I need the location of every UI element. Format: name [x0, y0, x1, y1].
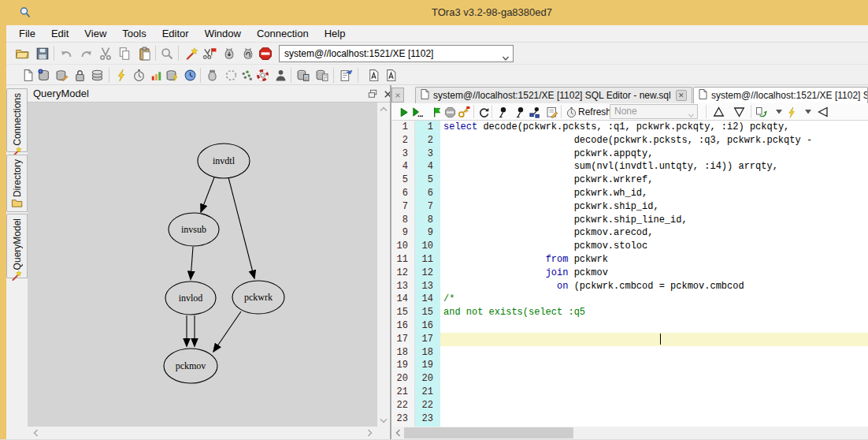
code-line[interactable]: pckwrk.ship_id, — [440, 200, 868, 214]
clock-icon[interactable] — [182, 67, 198, 83]
menu-tools[interactable]: Tools — [114, 25, 154, 43]
graph-horizontal-scrollbar[interactable] — [28, 427, 377, 439]
scatter-dots-icon[interactable] — [239, 67, 254, 83]
redirect-arrow-icon[interactable] — [755, 105, 769, 119]
floppy-save-icon[interactable] — [35, 46, 50, 62]
prev-triangle-up-icon[interactable] — [711, 105, 725, 119]
scroll-down-icon[interactable] — [377, 414, 390, 427]
lock-icon[interactable] — [72, 67, 87, 83]
scrollbar-thumb[interactable] — [404, 427, 573, 438]
storage-coins-icon[interactable] — [89, 67, 105, 83]
blank-document-icon[interactable] — [20, 67, 35, 83]
pin-dark-2-icon[interactable] — [513, 105, 527, 119]
refresh-arrows-icon[interactable] — [477, 105, 491, 119]
code-line[interactable]: pckwrk.ship_line_id, — [440, 214, 868, 227]
menu-help[interactable]: Help — [317, 25, 354, 43]
code-line[interactable]: pckwrk.wh_id, — [440, 187, 868, 200]
menu-window[interactable]: Window — [197, 25, 249, 43]
run-triangle-icon[interactable] — [396, 105, 410, 119]
code-line[interactable]: from pckwrk — [440, 253, 868, 267]
editor-tab-current[interactable]: system@//localhost:1521/XE [1102] SQL Ed… — [693, 87, 868, 103]
tab-close-icon[interactable]: ✕ — [676, 90, 687, 101]
edit-document-icon[interactable] — [545, 105, 559, 119]
scroll-up-icon[interactable] — [377, 103, 390, 115]
lightning-bolt-icon[interactable] — [785, 105, 799, 119]
lifebuoy-icon[interactable] — [254, 67, 270, 83]
magnifier-search-icon[interactable] — [159, 46, 175, 62]
sack-down-arrow-icon[interactable] — [221, 46, 237, 62]
menu-file[interactable]: File — [11, 25, 43, 43]
stop-sign-gray-icon[interactable] — [443, 105, 457, 119]
pin-blue-boxes-icon[interactable] — [528, 105, 542, 119]
pin-dark-1-icon[interactable] — [495, 105, 510, 119]
money-sack-icon[interactable] — [204, 67, 220, 83]
database-edit-icon[interactable] — [54, 67, 69, 83]
open-folder-icon[interactable] — [14, 46, 30, 62]
tab-scroll-button[interactable] — [391, 88, 404, 103]
code-line[interactable]: on (pckwrk.cmbcod = pckmov.cmbcod — [440, 280, 868, 293]
sack-curved-arrow-icon[interactable] — [240, 46, 256, 62]
menu-view[interactable]: View — [76, 25, 114, 43]
editor-tab-newsql[interactable]: system@//localhost:1521/XE [1102] SQL Ed… — [415, 87, 692, 103]
code-line[interactable]: select decode(pckwrk.pcksts, :q1, pckwrk… — [440, 121, 868, 134]
back-triangle-left-icon[interactable] — [815, 105, 829, 119]
code-line[interactable]: pckwrk.appqty, — [440, 147, 868, 161]
code-line[interactable]: pckmov.arecod, — [440, 226, 868, 240]
document-a-2-icon[interactable] — [383, 67, 399, 83]
float-panel-icon[interactable] — [366, 88, 379, 100]
stop-sign-icon[interactable] — [258, 46, 273, 62]
lightning-icon[interactable] — [113, 67, 129, 83]
spark-wand-icon[interactable] — [184, 46, 200, 62]
editor-horizontal-scrollbar[interactable] — [391, 427, 868, 439]
script-document-icon[interactable] — [338, 67, 354, 83]
code-line[interactable] — [440, 412, 868, 426]
dashed-circle-icon[interactable] — [223, 67, 239, 83]
code-line[interactable]: decode(pckwrk.pcksts, :q3, pckwrk.pckqty… — [440, 134, 868, 147]
stopwatch-icon[interactable] — [564, 105, 578, 119]
scroll-left-icon[interactable] — [391, 427, 404, 439]
code-line[interactable] — [440, 346, 868, 360]
run-flag-icon[interactable] — [429, 105, 443, 119]
menu-connection[interactable]: Connection — [249, 25, 317, 43]
code-line[interactable] — [440, 372, 868, 386]
redo-arrow-icon[interactable] — [79, 46, 95, 62]
scissors-red-flag-icon[interactable] — [202, 46, 217, 62]
person-icon[interactable] — [273, 67, 288, 83]
refresh-interval-select[interactable]: None — [610, 104, 698, 119]
connection-combobox[interactable]: system@//localhost:1521/XE [1102] — [279, 45, 514, 62]
undo-arrow-icon[interactable] — [58, 46, 74, 62]
chevron-down-icon[interactable] — [804, 105, 811, 119]
code-line[interactable] — [440, 333, 868, 346]
sql-code-editor[interactable]: select decode(pckwrk.pcksts, :q1, pckwrk… — [440, 121, 868, 427]
database-browse-icon[interactable] — [35, 67, 51, 83]
sidebar-tab-connections[interactable]: Connections — [6, 88, 28, 152]
scroll-left-icon[interactable] — [29, 427, 42, 439]
chevron-down-icon[interactable] — [775, 105, 782, 119]
bar-chart-icon[interactable] — [148, 67, 164, 83]
sidebar-tab-directory[interactable]: Directory — [6, 155, 28, 212]
next-triangle-down-icon[interactable] — [732, 105, 746, 119]
querymodel-graph[interactable]: invdtlinvsubinvlodpckwrkpckmov — [28, 103, 377, 427]
sidebar-tab-querymodel[interactable]: QueryModel — [6, 214, 28, 278]
gold-key-icon[interactable] — [457, 105, 471, 119]
database-lightning-icon[interactable] — [164, 67, 180, 83]
code-line[interactable]: join pckmov — [440, 267, 868, 280]
scroll-right-icon[interactable] — [363, 427, 376, 439]
code-line[interactable]: sum(nvl(invdtl.untqty, :i4)) arrqty, — [440, 160, 868, 173]
document-a-1-icon[interactable] — [365, 67, 381, 83]
code-line[interactable] — [440, 359, 868, 372]
copy-pages-icon[interactable] — [117, 46, 132, 62]
database-calculator-icon[interactable] — [295, 67, 310, 83]
code-line[interactable]: and not exists(select :q5 — [440, 306, 868, 319]
code-line[interactable]: pckmov.stoloc — [440, 240, 868, 253]
menu-editor[interactable]: Editor — [154, 25, 197, 43]
run-ellipsis-icon[interactable] — [410, 105, 425, 119]
menu-edit[interactable]: Edit — [43, 25, 76, 43]
code-line[interactable] — [440, 399, 868, 412]
code-line[interactable] — [440, 319, 868, 333]
database-document-icon[interactable] — [313, 67, 329, 83]
code-line[interactable]: /* — [440, 293, 868, 306]
paste-clipboard-icon[interactable] — [137, 46, 153, 62]
stopwatch-icon[interactable] — [131, 67, 147, 83]
graph-vertical-scrollbar[interactable] — [377, 103, 390, 427]
